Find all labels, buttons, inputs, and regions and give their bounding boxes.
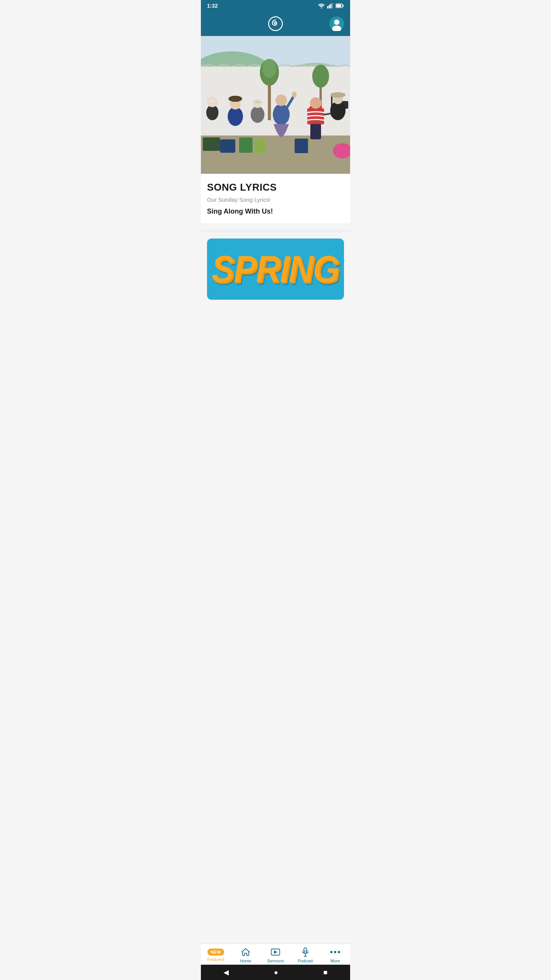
content-card: SONG LYRICS Our Sunday Song Lyrics! Sing… [201, 174, 350, 223]
content-tagline: Sing Along With Us! [207, 207, 344, 216]
svg-rect-4 [332, 3, 333, 8]
app-logo [267, 15, 284, 32]
svg-point-0 [321, 8, 322, 9]
svg-rect-3 [330, 4, 331, 8]
hero-image [201, 36, 350, 174]
status-time: 1:32 [207, 3, 218, 9]
svg-rect-49 [201, 36, 350, 174]
avatar-icon [329, 16, 344, 31]
signal-icon [327, 3, 333, 8]
svg-rect-7 [336, 5, 341, 7]
content-subtitle: Our Sunday Song Lyrics! [207, 196, 344, 203]
wifi-icon [318, 3, 325, 8]
svg-point-9 [274, 23, 276, 24]
svg-rect-2 [329, 5, 330, 8]
hero-scene-svg [201, 36, 350, 174]
spring-banner-text: SPRING [212, 247, 339, 291]
content-divider [201, 229, 350, 232]
app-bar [201, 11, 350, 36]
spring-banner[interactable]: SPRING [207, 238, 344, 300]
user-avatar[interactable] [329, 16, 344, 31]
svg-rect-1 [327, 6, 328, 8]
svg-rect-6 [343, 5, 344, 7]
battery-icon [336, 3, 344, 8]
status-bar: 1:32 [201, 0, 350, 11]
svg-point-11 [334, 20, 339, 25]
content-title: SONG LYRICS [207, 181, 344, 193]
status-icons [318, 3, 344, 8]
